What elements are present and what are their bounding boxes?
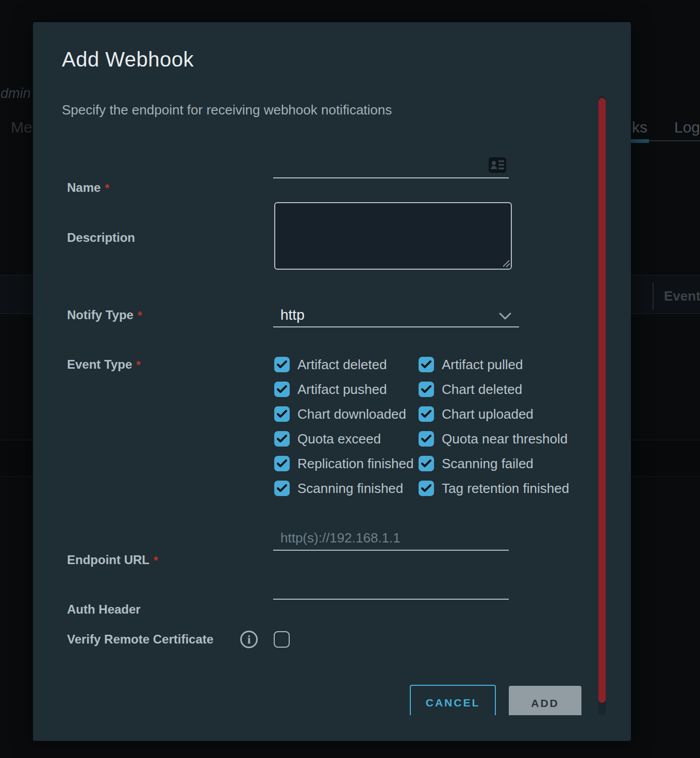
- event-type-option: Replication finished: [274, 456, 419, 471]
- event-type-label: Event Type*: [67, 357, 141, 372]
- breadcrumb: dmin: [1, 86, 31, 102]
- name-input[interactable]: [273, 155, 509, 178]
- check-icon: [277, 385, 287, 393]
- checkbox-checked[interactable]: [419, 456, 434, 471]
- description-textarea[interactable]: [274, 202, 512, 270]
- event-type-option: Quota near threshold: [419, 431, 569, 447]
- verify-remote-certificate-checkbox[interactable]: [274, 631, 290, 648]
- checkbox-checked[interactable]: [419, 431, 434, 447]
- event-type-option: Tag retention finished: [419, 481, 569, 496]
- verify-remote-certificate-label: Verify Remote Certificate: [67, 632, 213, 647]
- check-icon: [421, 385, 431, 393]
- modal-scrollbar-thumb[interactable]: [598, 98, 606, 703]
- info-icon[interactable]: [240, 631, 258, 648]
- event-column-header: Event: [664, 288, 700, 304]
- checkbox-checked[interactable]: [419, 481, 434, 496]
- resize-grip-icon[interactable]: [501, 258, 510, 268]
- check-icon: [421, 410, 431, 418]
- column-separator: [653, 283, 654, 310]
- checkbox-checked[interactable]: [419, 382, 434, 397]
- check-icon: [421, 459, 431, 468]
- check-icon: [421, 360, 431, 369]
- check-icon: [277, 360, 287, 369]
- tab-webhooks: ks: [632, 119, 647, 136]
- event-type-option: Chart deleted: [419, 382, 569, 397]
- description-label: Description: [67, 230, 135, 245]
- notify-type-label: Notify Type*: [67, 308, 142, 322]
- tab-divider-line: [648, 140, 700, 141]
- modal-title: Add Webhook: [62, 48, 194, 71]
- add-webhook-modal: Add Webhook Specify the endpoint for rec…: [33, 22, 631, 741]
- event-type-checkbox-group: Artifact deleted Artifact pulled Artifac…: [274, 357, 569, 496]
- checkbox-checked[interactable]: [274, 431, 290, 447]
- event-type-option: Quota exceed: [274, 431, 419, 447]
- endpoint-url-label: Endpoint URL*: [67, 553, 158, 567]
- modal-footer: CANCEL ADD: [33, 685, 598, 715]
- name-label: Name*: [67, 180, 109, 195]
- checkbox-checked[interactable]: [274, 481, 290, 496]
- contact-card-icon: [489, 157, 506, 173]
- checkbox-checked[interactable]: [274, 357, 290, 372]
- check-icon: [421, 484, 431, 492]
- required-marker: *: [138, 309, 142, 322]
- chevron-down-icon: [498, 312, 512, 320]
- checkbox-checked[interactable]: [274, 456, 290, 471]
- tab-logs: Log: [674, 119, 700, 136]
- modal-subtitle: Specify the endpoint for receiving webho…: [62, 102, 392, 118]
- checkbox-checked[interactable]: [274, 406, 290, 422]
- add-button[interactable]: ADD: [509, 686, 581, 715]
- event-type-option: Artifact deleted: [274, 357, 419, 372]
- event-type-option: Artifact pulled: [419, 357, 569, 372]
- event-type-option: Scanning failed: [419, 456, 569, 471]
- checkbox-checked[interactable]: [419, 406, 434, 422]
- event-type-option: Scanning finished: [274, 481, 419, 496]
- required-marker: *: [136, 358, 141, 371]
- notify-type-select[interactable]: http: [273, 305, 519, 327]
- check-icon: [421, 435, 431, 443]
- active-tab-indicator: [631, 139, 649, 143]
- required-marker: *: [154, 554, 158, 567]
- check-icon: [277, 435, 287, 443]
- auth-header-label: Auth Header: [67, 602, 141, 617]
- event-type-option: Chart uploaded: [419, 406, 569, 422]
- endpoint-url-input[interactable]: [273, 526, 509, 551]
- required-marker: *: [105, 182, 109, 194]
- cancel-button[interactable]: CANCEL: [410, 685, 496, 715]
- check-icon: [277, 484, 287, 492]
- checkbox-checked[interactable]: [419, 357, 434, 372]
- notify-type-value: http: [280, 307, 305, 323]
- auth-header-input[interactable]: [273, 575, 509, 600]
- event-type-option: Artifact pushed: [274, 382, 419, 397]
- checkbox-checked[interactable]: [274, 382, 290, 397]
- check-icon: [277, 459, 287, 468]
- event-type-option: Chart downloaded: [274, 406, 419, 422]
- check-icon: [277, 410, 287, 418]
